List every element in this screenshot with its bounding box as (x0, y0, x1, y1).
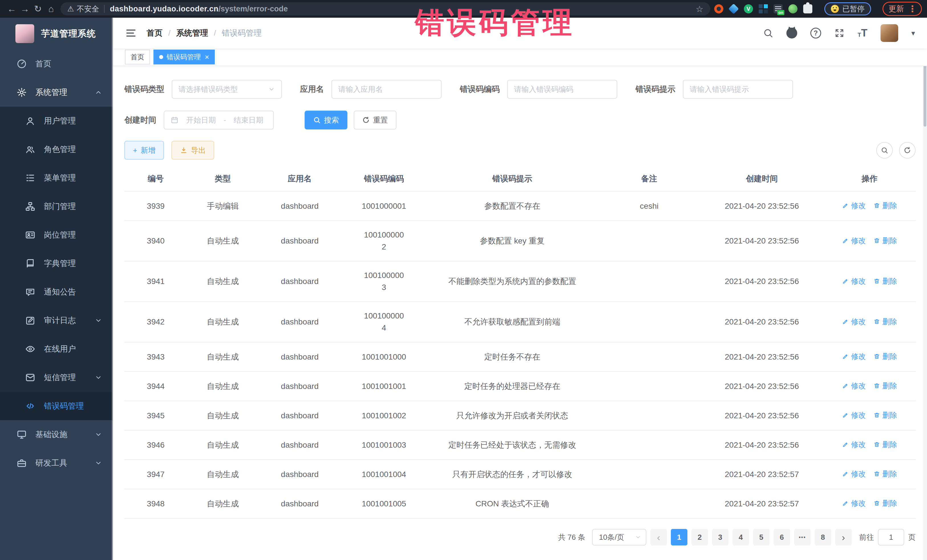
delete-link[interactable]: 删除 (873, 275, 897, 287)
window-scrollbar[interactable] (923, 18, 927, 560)
sidebar-item-audit-log[interactable]: 审计日志 (0, 306, 113, 335)
bookmark-star-icon[interactable]: ☆ (696, 4, 704, 14)
edit-link[interactable]: 修改 (842, 497, 866, 509)
pagination-page-6[interactable]: 6 (774, 529, 790, 545)
address-bar[interactable]: ⚠ 不安全 dashboard.yudao.iocoder.cn /system… (61, 2, 710, 15)
delete-link[interactable]: 删除 (873, 497, 897, 509)
end-date-placeholder[interactable]: 结束日期 (230, 115, 267, 125)
profile-paused-pill[interactable]: 已暂停 (824, 2, 871, 15)
font-small-glyph: T (858, 31, 861, 38)
sidebar-item-system[interactable]: 系统管理 (0, 78, 113, 107)
browser-reload-icon[interactable]: ↻ (31, 2, 44, 15)
pagination-page-2[interactable]: 2 (691, 529, 708, 545)
github-icon[interactable] (786, 28, 797, 38)
sidebar-item-error-code[interactable]: 错误码管理 (0, 392, 113, 420)
delete-link-label: 删除 (883, 439, 897, 451)
pagination-more-icon[interactable]: ••• (794, 529, 811, 545)
extension-ubuntu-icon[interactable] (714, 4, 723, 14)
edit-link[interactable]: 修改 (842, 275, 866, 287)
breadcrumb-home[interactable]: 首页 (147, 28, 163, 38)
extension-switch-icon[interactable]: on (774, 4, 783, 14)
extension-grid-icon[interactable] (759, 4, 768, 14)
hamburger-icon[interactable] (125, 27, 137, 39)
sidebar-item-sms[interactable]: 短信管理 (0, 363, 113, 392)
delete-link[interactable]: 删除 (873, 200, 897, 212)
edit-link[interactable]: 修改 (842, 351, 866, 363)
browser-menu-kebab-icon[interactable]: ⋮ (908, 4, 917, 14)
edit-link[interactable]: 修改 (842, 200, 866, 212)
trash-icon (873, 441, 880, 448)
pagination-next-button[interactable]: › (835, 529, 852, 545)
sidebar-logo[interactable]: 芋道管理系统 (0, 18, 113, 50)
pagination-page-8[interactable]: 8 (815, 529, 831, 545)
sidebar-menu: 首页 系统管理 用户管理 角色管理 菜单管理 (0, 50, 113, 560)
pagination-page-3[interactable]: 3 (712, 529, 728, 545)
browser-back-icon[interactable]: ← (5, 2, 18, 15)
font-size-icon[interactable]: TT (858, 28, 868, 38)
edit-link[interactable]: 修改 (842, 380, 866, 392)
extension-gem-icon[interactable] (728, 3, 739, 14)
sidebar-item-home[interactable]: 首页 (0, 50, 113, 78)
edit-link[interactable]: 修改 (842, 316, 866, 328)
browser-forward-icon[interactable]: → (18, 2, 31, 15)
edit-link[interactable]: 修改 (842, 468, 866, 480)
delete-link[interactable]: 删除 (873, 316, 897, 328)
reset-button[interactable]: 重置 (354, 111, 397, 129)
date-range-picker[interactable]: 开始日期 - 结束日期 (164, 111, 274, 129)
delete-link[interactable]: 删除 (873, 409, 897, 421)
toggle-search-button[interactable] (876, 142, 893, 159)
error-type-select[interactable]: 请选择错误码类型 (172, 80, 282, 99)
chevron-down-icon (95, 431, 102, 438)
breadcrumb-system[interactable]: 系统管理 (176, 28, 208, 38)
delete-link[interactable]: 删除 (873, 235, 897, 247)
help-icon[interactable]: ? (810, 28, 821, 38)
delete-link[interactable]: 删除 (873, 380, 897, 392)
refresh-table-button[interactable] (899, 142, 916, 159)
pagination-prev-button[interactable]: ‹ (650, 529, 667, 545)
search-button[interactable]: 搜索 (305, 111, 347, 129)
security-badge[interactable]: ⚠ 不安全 (67, 4, 99, 14)
delete-link-label: 删除 (883, 409, 897, 421)
app-name-input[interactable] (338, 85, 435, 94)
browser-update-button[interactable]: 更新 ⋮ (883, 2, 922, 16)
pagination-page-4[interactable]: 4 (732, 529, 749, 545)
fullscreen-icon[interactable] (834, 28, 845, 38)
extension-key-icon[interactable] (789, 4, 798, 14)
trash-icon (873, 382, 880, 389)
sidebar-item-users[interactable]: 用户管理 (0, 107, 113, 135)
delete-link[interactable]: 删除 (873, 351, 897, 363)
tab-home[interactable]: 首页 (125, 50, 150, 64)
extension-v-icon[interactable]: V (744, 4, 753, 14)
avatar[interactable] (880, 24, 898, 42)
error-code-input[interactable] (514, 85, 610, 94)
page-size-select[interactable]: 10条/页 (592, 529, 646, 545)
sidebar-item-posts[interactable]: 岗位管理 (0, 221, 113, 249)
edit-link[interactable]: 修改 (842, 409, 866, 421)
start-date-placeholder[interactable]: 开始日期 (182, 115, 220, 125)
edit-link[interactable]: 修改 (842, 439, 866, 451)
sidebar-item-infrastructure[interactable]: 基础设施 (0, 420, 113, 449)
extensions-puzzle-icon[interactable] (803, 4, 812, 14)
cell-actions: 修改 删除 (823, 261, 916, 302)
add-button[interactable]: + 新增 (125, 141, 164, 160)
edit-link[interactable]: 修改 (842, 235, 866, 247)
error-message-input[interactable] (690, 85, 786, 94)
delete-link[interactable]: 删除 (873, 439, 897, 451)
search-icon[interactable] (763, 28, 773, 38)
close-icon[interactable]: × (205, 53, 209, 61)
sidebar-item-dev-tools[interactable]: 研发工具 (0, 449, 113, 477)
pagination-page-1[interactable]: 1 (671, 529, 687, 545)
sidebar-item-dict[interactable]: 字典管理 (0, 249, 113, 278)
tab-error-code[interactable]: 错误码管理 × (153, 50, 215, 64)
browser-home-icon[interactable]: ⌂ (44, 2, 58, 15)
sidebar-item-online-users[interactable]: 在线用户 (0, 335, 113, 363)
sidebar-item-notice[interactable]: 通知公告 (0, 278, 113, 306)
sidebar-item-departments[interactable]: 部门管理 (0, 192, 113, 221)
pagination-page-5[interactable]: 5 (753, 529, 769, 545)
caret-down-icon[interactable]: ▾ (911, 29, 915, 38)
export-button[interactable]: 导出 (172, 141, 214, 160)
goto-page-input[interactable] (878, 529, 904, 545)
sidebar-item-roles[interactable]: 角色管理 (0, 135, 113, 164)
sidebar-item-menus[interactable]: 菜单管理 (0, 164, 113, 192)
delete-link[interactable]: 删除 (873, 468, 897, 480)
